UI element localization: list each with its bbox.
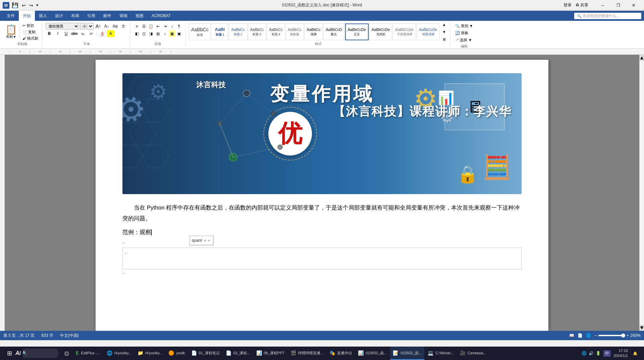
scroll-track[interactable] — [640, 61, 644, 325]
taskbar-item-explorer[interactable]: 📁 H\yootky... — [135, 347, 165, 360]
taskbar-item-yootk[interactable]: 🟠 yootk — [166, 347, 187, 360]
phonetic-button[interactable]: 文 — [120, 23, 127, 30]
taskbar-item-doc-word[interactable]: 📝 010502_函... — [390, 347, 424, 360]
list-bullet-button[interactable]: ≡ — [133, 23, 140, 30]
italic-button[interactable]: I — [54, 30, 61, 37]
highlight-button[interactable]: A — [107, 30, 114, 37]
zoom-in-button[interactable]: + — [627, 333, 629, 338]
style-no-spacing[interactable]: AaBbCcDe 无间距 — [369, 24, 392, 40]
justify-button[interactable]: ▤ — [155, 30, 161, 37]
clear-format-button[interactable]: Aa — [111, 23, 119, 30]
borders-button[interactable]: ▣ — [176, 30, 182, 37]
taskbar-item-livestream[interactable]: 🎭 直播伴侣 — [327, 347, 355, 360]
style-body[interactable]: AaBbCcDe 正文 — [345, 24, 369, 40]
style-heading4[interactable]: AaBbCc 标题 4 — [267, 24, 285, 40]
autocomplete-arrows[interactable]: ◄ ► — [203, 237, 211, 243]
styles-scroll-up[interactable]: ▲ — [441, 22, 447, 28]
underline-button[interactable]: U — [62, 30, 70, 37]
battery-icon[interactable]: 🔋 — [596, 351, 601, 356]
taskbar-item-cmd[interactable]: 💻 C:\Windo... — [425, 347, 456, 360]
autocomplete-popup[interactable]: quant ◄ ► — [190, 236, 213, 245]
print-layout-button[interactable]: 📄 — [578, 333, 583, 338]
align-center-button[interactable]: ◫ — [141, 30, 147, 37]
notification-button[interactable]: 🔔 — [631, 349, 640, 358]
style-subtitle[interactable]: AaBbCc 副标题 — [286, 24, 304, 40]
tab-design[interactable]: 设计 — [51, 11, 67, 21]
taskbar-search[interactable]: 🔍 — [18, 349, 58, 358]
taskbar-item-ppt[interactable]: 📊 08_课程PPT — [254, 347, 287, 360]
replace-button[interactable]: 🔄 替换 — [454, 30, 474, 36]
style-intense-emphasis[interactable]: AaBbCcDe 明显强调 — [417, 24, 439, 40]
login-button[interactable]: 登录 — [564, 2, 572, 8]
find-button[interactable]: 🔍 查找 ▼ — [454, 23, 474, 29]
style-emphasis[interactable]: AaBbCc 强调 — [305, 24, 323, 40]
taskbar-item-camtasia[interactable]: 🎥 Camtasia... — [457, 347, 489, 360]
zoom-out-button[interactable]: ─ — [594, 333, 597, 338]
taskbar-item-chrome[interactable]: 🌐 H\yootky... — [104, 347, 134, 360]
redo-button[interactable]: ↪ — [28, 3, 34, 8]
quick-access-more[interactable]: ▼ — [36, 3, 39, 7]
tab-layout[interactable]: 布局 — [67, 11, 83, 21]
share-button[interactable]: ♻ 共享 — [576, 2, 588, 8]
ime-indicator[interactable]: Ai — [13, 347, 23, 360]
minimize-button[interactable]: ─ — [595, 0, 610, 11]
taskbar-item-editplus[interactable]: E EditPlus -... — [73, 347, 103, 360]
superscript-button[interactable]: x² — [88, 30, 95, 37]
task-view-button[interactable]: ⊡ — [60, 347, 72, 360]
taskbar-item-course[interactable]: 📄 02_课程... — [223, 347, 253, 360]
tab-view[interactable]: 视图 — [131, 11, 148, 21]
bold-button[interactable]: B — [46, 30, 53, 37]
sort-button[interactable]: ↕ — [169, 23, 175, 30]
undo-button[interactable]: ↩ — [21, 3, 27, 8]
strikethrough-button[interactable]: abc — [71, 30, 78, 37]
font-family-select[interactable]: 微软雅黑 — [46, 23, 79, 30]
document-scroll-area[interactable]: ⚙ ⚙ 沐言科技 变量作 — [5, 55, 639, 331]
font-size-decrease[interactable]: A↓ — [103, 23, 110, 30]
paste-dropdown[interactable]: 粘贴▼ — [6, 34, 16, 39]
format-painter-button[interactable]: 🖌 格式刷 — [21, 36, 39, 41]
tab-review[interactable]: 审阅 — [115, 11, 131, 21]
line-spacing-button[interactable]: ↕ — [162, 30, 168, 37]
zoom-slider-track[interactable] — [598, 335, 625, 336]
styles-expand[interactable]: ⊞ — [441, 36, 447, 42]
tab-file[interactable]: 文件 — [3, 11, 19, 21]
style-heading1[interactable]: AaBl 标题 1 — [211, 24, 228, 40]
scroll-up-button[interactable]: ▲ — [640, 55, 644, 61]
subscript-button[interactable]: x₂ — [79, 30, 87, 37]
network-icon[interactable]: 🌐 — [582, 351, 587, 356]
style-heading2[interactable]: AaBbCc 标题 2 — [229, 24, 247, 40]
align-right-button[interactable]: ◨ — [148, 30, 154, 37]
tab-acrobat[interactable]: ACROBAT — [148, 11, 175, 21]
font-size-select[interactable]: 小五 — [80, 23, 94, 30]
align-left-button[interactable]: ◧ — [133, 30, 140, 37]
code-block-1[interactable]: ↵ — [122, 248, 522, 269]
save-button[interactable]: 💾 — [11, 2, 19, 8]
shading-button[interactable]: ▦ — [169, 30, 175, 37]
style-heading3[interactable]: AaBbCc 标题 3 — [248, 24, 266, 40]
multilevel-list-button[interactable]: 📋 — [148, 23, 154, 30]
taskbar-item-doc-ppt[interactable]: 📊 010502_函... — [355, 347, 389, 360]
read-mode-button[interactable]: 📖 — [569, 333, 574, 338]
show-marks-button[interactable]: ¶ — [176, 23, 182, 30]
style-keypoint[interactable]: AaBbCcD 要点 — [323, 24, 344, 40]
tab-insert[interactable]: 插入 — [35, 11, 51, 21]
style-normal[interactable]: AaBbCc 标准 — [189, 24, 211, 40]
paste-button[interactable]: 📋 — [5, 25, 17, 34]
tab-mailings[interactable]: 邮件 — [99, 11, 115, 21]
taskbar-item-bilibili[interactable]: 🎬 哔哩哔哩直播... — [288, 347, 326, 360]
styles-scroll-down[interactable]: ▼ — [441, 29, 447, 35]
tab-home[interactable]: 开始 — [19, 11, 35, 21]
font-color-button[interactable]: A — [99, 30, 106, 37]
indent-decrease-button[interactable]: ⇤ — [155, 23, 161, 30]
cut-button[interactable]: ✂ 剪切 — [21, 23, 39, 29]
select-button[interactable]: ↗ 选择 ▼ — [454, 37, 474, 43]
taskbar-item-notes1[interactable]: 📄 01_课程笔记 — [189, 347, 222, 360]
style-subtle-emphasis[interactable]: AaBbCcDe 不明显强调 — [393, 24, 416, 40]
close-button[interactable]: ✕ — [626, 0, 641, 11]
tab-references[interactable]: 引用 — [83, 11, 99, 21]
language-indicator[interactable]: 中 — [603, 350, 611, 357]
font-size-increase[interactable]: A↑ — [95, 23, 102, 30]
restore-button[interactable]: ❐ — [610, 0, 626, 11]
indent-increase-button[interactable]: ⇥ — [162, 23, 168, 30]
search-bar[interactable]: 🔍 告诉我您想要做什么... — [574, 13, 641, 19]
